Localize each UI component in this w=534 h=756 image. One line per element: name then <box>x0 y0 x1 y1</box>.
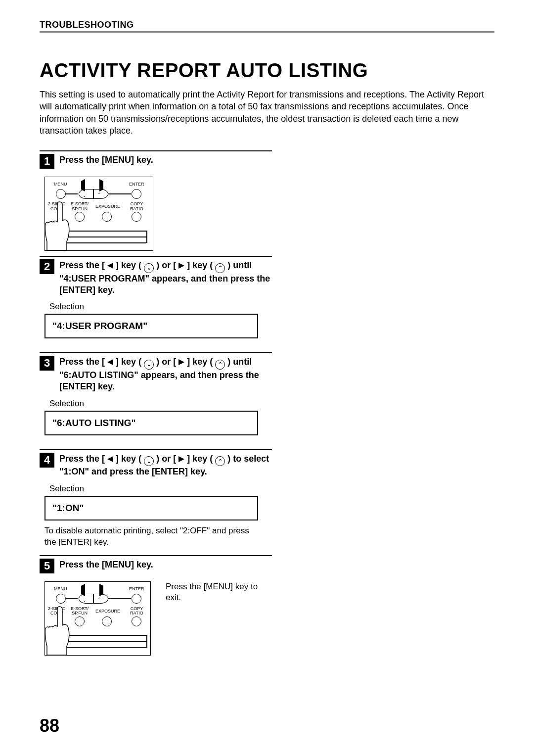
circled-down-icon: ⌄ <box>144 263 154 273</box>
step-number: 1 <box>40 154 54 169</box>
step-3: 3 Press the [ ] key ( ⌄ ) or [ ] key ( ⌃… <box>40 352 272 435</box>
text: ) or [ <box>156 454 176 464</box>
step-2: 2 Press the [ ] key ( ⌄ ) or [ ] key ( ⌃… <box>40 256 272 338</box>
text: Press the [ <box>59 357 105 367</box>
panel-label-copyratio: COPY RATIO <box>130 607 143 616</box>
selection-display: "4:USER PROGRAM" <box>44 314 258 338</box>
panel-arrow-right-icon <box>99 181 103 190</box>
panel-label-exposure: EXPOSURE <box>95 204 120 209</box>
panel-label-menu: MENU <box>54 587 67 591</box>
enter-button-icon <box>132 189 141 199</box>
panel-label-enter: ENTER <box>129 587 144 591</box>
step-3-title: Press the [ ] key ( ⌄ ) or [ ] key ( ⌃ )… <box>59 356 272 392</box>
arrow-left-icon <box>107 456 113 462</box>
step-5-side-note: Press the [MENU] key to exit. <box>166 581 272 604</box>
panel-label-enter: ENTER <box>129 182 144 187</box>
step-5: 5 Press the [MENU] key. MENU ENTER ⌄ ⌃ <box>40 555 272 656</box>
circled-down-icon: ⌄ <box>144 360 154 370</box>
text: ] key ( <box>187 454 213 464</box>
text: ) or [ <box>156 260 176 270</box>
selection-display: "1:ON" <box>44 496 258 520</box>
arrow-right-icon <box>178 263 184 269</box>
exposure-button-icon <box>102 212 112 222</box>
text: Press the [ <box>59 260 105 270</box>
text: ] key ( <box>116 260 141 270</box>
panel-arrow-left-icon <box>81 586 85 595</box>
panel-label-menu: MENU <box>54 182 67 187</box>
text: ) or [ <box>156 357 176 367</box>
panel-label-exposure: EXPOSURE <box>95 609 120 614</box>
control-panel-illustration: MENU ENTER ⌄ ⌃ 2-SIDED COPY E-SORT/ SP.F… <box>44 177 153 251</box>
panel-arrow-left-icon <box>81 181 85 190</box>
selection-label: Selection <box>49 484 272 494</box>
selection-label: Selection <box>49 302 272 312</box>
menu-button-icon <box>56 594 66 604</box>
circled-up-icon: ⌃ <box>215 360 225 370</box>
step-number: 4 <box>40 453 54 468</box>
pointing-hand-icon <box>42 604 77 656</box>
text: ] key ( <box>116 454 141 464</box>
panel-label-copyratio: COPY RATIO <box>130 202 143 211</box>
step-number: 5 <box>40 559 54 573</box>
step-4-note: To disable automatic printing, select "2… <box>44 525 262 548</box>
section-header: TROUBLESHOOTING <box>40 20 494 33</box>
step-2-title: Press the [ ] key ( ⌄ ) or [ ] key ( ⌃ )… <box>59 260 272 296</box>
arrow-left-icon <box>107 359 113 365</box>
text: ] key ( <box>116 357 141 367</box>
arrow-left-icon <box>107 263 113 269</box>
step-1: 1 Press the [MENU] key. MENU ENTER ⌄ ⌃ 2… <box>40 150 272 251</box>
arrow-right-icon <box>178 359 184 365</box>
circled-up-icon: ⌃ <box>215 263 225 273</box>
copyratio-button-icon <box>132 616 141 626</box>
text: ] key ( <box>187 260 213 270</box>
step-4-title: Press the [ ] key ( ⌄ ) or [ ] key ( ⌃ )… <box>59 453 272 478</box>
text: ] key ( <box>187 357 213 367</box>
exposure-button-icon <box>102 616 112 626</box>
intro-paragraph: This setting is used to automatically pr… <box>40 89 494 137</box>
page-title: ACTIVITY REPORT AUTO LISTING <box>40 59 494 82</box>
text: Press the [ <box>59 454 105 464</box>
copyratio-button-icon <box>132 212 141 222</box>
circled-down-icon: ⌄ <box>144 456 154 466</box>
page: TROUBLESHOOTING ACTIVITY REPORT AUTO LIS… <box>0 0 534 756</box>
selection-display: "6:AUTO LISTING" <box>44 411 258 435</box>
page-number: 88 <box>40 715 59 736</box>
circled-up-icon: ⌃ <box>215 456 225 466</box>
step-number: 2 <box>40 259 54 274</box>
panel-arrow-right-icon <box>99 586 103 595</box>
pointing-hand-icon <box>42 199 77 251</box>
menu-button-icon <box>56 189 66 199</box>
step-4: 4 Press the [ ] key ( ⌄ ) or [ ] key ( ⌃… <box>40 449 272 548</box>
step-number: 3 <box>40 356 54 371</box>
selection-label: Selection <box>49 399 272 409</box>
step-1-title: Press the [MENU] key. <box>59 154 153 166</box>
step-5-title: Press the [MENU] key. <box>59 559 153 570</box>
enter-button-icon <box>132 594 141 604</box>
arrow-right-icon <box>178 456 184 462</box>
control-panel-illustration: MENU ENTER ⌄ ⌃ 2-SIDED COPY E-SORT/ SP.F… <box>44 581 151 656</box>
